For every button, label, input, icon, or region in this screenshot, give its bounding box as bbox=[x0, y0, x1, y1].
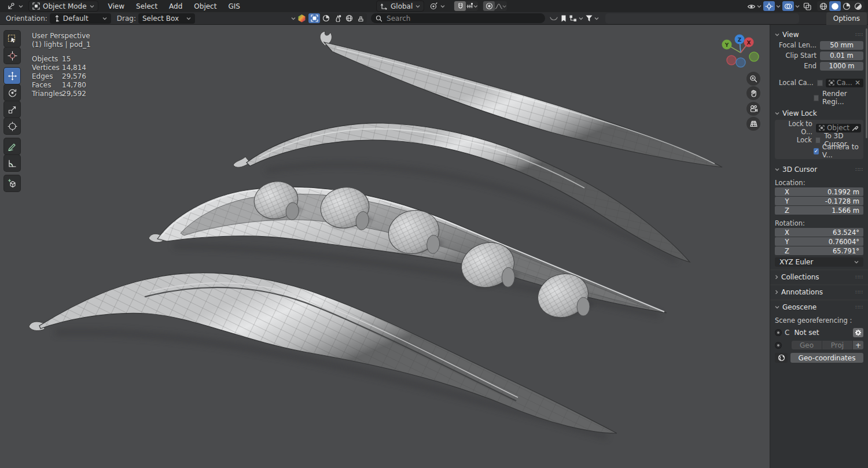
crs-radio[interactable] bbox=[775, 329, 782, 336]
tool-transform[interactable] bbox=[4, 118, 20, 134]
cursor-location-z-field[interactable]: Z1.566 m bbox=[775, 206, 863, 215]
section-3d-cursor-header[interactable]: 3D Cursor ∷∷ bbox=[775, 164, 863, 174]
section-collections-header[interactable]: Collections ∷∷ bbox=[775, 272, 863, 282]
tool-select-box[interactable] bbox=[4, 31, 20, 47]
lock-label: Lock bbox=[777, 136, 815, 144]
filter-brush-button[interactable] bbox=[355, 13, 366, 23]
navigation-gizmo[interactable]: Y Z X bbox=[716, 31, 768, 73]
geo-button[interactable]: Geo bbox=[792, 341, 822, 349]
cursor-tool-icon bbox=[8, 51, 17, 61]
snap-toggle[interactable] bbox=[454, 1, 466, 11]
tool-cursor[interactable] bbox=[4, 47, 20, 64]
transform-orientation-dropdown[interactable]: Global bbox=[376, 1, 424, 12]
search-input[interactable] bbox=[385, 14, 540, 23]
menu-view[interactable]: View bbox=[103, 1, 130, 12]
shading-solid-button[interactable] bbox=[829, 1, 841, 11]
lock-object-field[interactable]: Object bbox=[816, 124, 861, 132]
menu-add[interactable]: Add bbox=[164, 1, 187, 12]
viewport-canvas[interactable]: User Perspective (1) lights | pod_1 Obje… bbox=[0, 25, 770, 468]
drag-grip-icon[interactable]: ∷∷ bbox=[856, 304, 863, 310]
cursor-rotation-y-field[interactable]: Y0.76004° bbox=[775, 237, 863, 246]
drag-grip-icon[interactable]: ∷∷ bbox=[856, 289, 863, 295]
clear-camera-icon[interactable]: ✕ bbox=[855, 79, 860, 87]
drag-grip-icon[interactable]: ∷∷ bbox=[856, 167, 863, 172]
clip-start-field[interactable]: 0.01 m bbox=[820, 51, 863, 60]
rotation-mode-dropdown[interactable]: XYZ Euler bbox=[775, 257, 863, 267]
menu-select[interactable]: Select bbox=[131, 1, 163, 12]
camera-view-button[interactable] bbox=[746, 102, 760, 116]
shading-material-button[interactable] bbox=[841, 1, 852, 11]
tool-move[interactable] bbox=[4, 68, 20, 84]
tool-measure[interactable] bbox=[4, 155, 20, 171]
cursor-rotation-z-field[interactable]: Z65.791° bbox=[775, 246, 863, 255]
bookmark-icon[interactable] bbox=[560, 14, 567, 23]
section-view-lock-header[interactable]: View Lock bbox=[775, 108, 863, 118]
local-camera-field[interactable]: Ca... ✕ bbox=[826, 79, 863, 87]
proportional-editing-toggle[interactable] bbox=[483, 1, 495, 11]
proj-button[interactable]: Proj bbox=[822, 341, 852, 349]
clip-end-field[interactable]: 1000 m bbox=[820, 62, 863, 71]
local-camera-checkbox[interactable] bbox=[817, 80, 823, 86]
proportional-falloff-dropdown[interactable] bbox=[495, 1, 506, 11]
menu-gis[interactable]: GIS bbox=[223, 1, 245, 12]
cursor-location-y-field[interactable]: Y-0.1728 m bbox=[775, 197, 863, 205]
xray-toggle[interactable] bbox=[801, 1, 813, 11]
show-overlays-toggle[interactable] bbox=[782, 1, 794, 11]
section-geoscene-header[interactable]: Geoscene ∷∷ bbox=[775, 302, 863, 312]
visibility-dropdown[interactable] bbox=[747, 3, 762, 10]
rendered-shading-icon bbox=[854, 2, 862, 10]
ortho-toggle-button[interactable] bbox=[746, 117, 760, 131]
tool-scale[interactable] bbox=[4, 101, 20, 117]
filter-selectable-button[interactable] bbox=[308, 13, 320, 23]
filter-globe-button[interactable] bbox=[343, 13, 355, 23]
zoom-button[interactable] bbox=[746, 72, 760, 86]
cursor-location-x-field[interactable]: X0.1992 m bbox=[775, 187, 863, 196]
tool-add-cube[interactable] bbox=[4, 175, 20, 191]
sidebar-scrollbar[interactable] bbox=[866, 28, 867, 138]
orientation-dropdown[interactable]: Default bbox=[50, 13, 111, 24]
viewport-stats-overlay: User Perspective (1) lights | pod_1 Obje… bbox=[32, 32, 91, 98]
focal-length-field[interactable]: 50 mm bbox=[820, 41, 863, 50]
render-region-checkbox[interactable] bbox=[814, 95, 819, 101]
gis-collapse-chevron[interactable] bbox=[291, 17, 296, 20]
tool-annotate[interactable] bbox=[4, 138, 20, 154]
pivot-point-dropdown[interactable] bbox=[425, 1, 449, 12]
drag-grip-icon[interactable]: ∷∷ bbox=[856, 32, 863, 38]
tool-rotate[interactable] bbox=[4, 84, 20, 101]
wireframe-shading-icon bbox=[819, 2, 827, 10]
falloff-curve-icon bbox=[495, 3, 502, 10]
clip-end-label: End bbox=[775, 62, 820, 70]
editor-type-button[interactable] bbox=[3, 1, 27, 12]
measure-tool-icon bbox=[8, 159, 17, 168]
cursor-rotation-x-field[interactable]: X63.524° bbox=[775, 228, 863, 237]
pan-button[interactable] bbox=[746, 86, 760, 100]
drag-grip-icon[interactable]: ∷∷ bbox=[856, 274, 863, 280]
menu-object[interactable]: Object bbox=[189, 1, 222, 12]
filter-curve-button[interactable] bbox=[332, 13, 343, 23]
camera-to-view-checkbox[interactable]: ✓ bbox=[814, 148, 819, 154]
eyedropper-icon[interactable] bbox=[852, 125, 858, 131]
filter-dropdown[interactable] bbox=[585, 14, 599, 22]
filter-mesh-button[interactable] bbox=[320, 13, 332, 23]
geo-globe-button[interactable] bbox=[775, 353, 788, 363]
toolbar bbox=[4, 31, 20, 192]
drag-value: Select Box bbox=[142, 14, 179, 23]
gis-hexagon-icon[interactable] bbox=[297, 14, 306, 23]
section-annotations-header[interactable]: Annotations ∷∷ bbox=[775, 287, 863, 297]
crs-settings-button[interactable] bbox=[853, 328, 863, 337]
options-button[interactable]: Options bbox=[826, 12, 867, 25]
collection-filter-dropdown[interactable] bbox=[569, 14, 583, 22]
lock-to-3d-cursor-checkbox[interactable] bbox=[815, 137, 821, 143]
shading-rendered-button[interactable] bbox=[852, 1, 864, 11]
show-gizmo-toggle[interactable] bbox=[763, 1, 775, 11]
section-view-header[interactable]: View ∷∷ bbox=[775, 30, 863, 39]
mode-selector[interactable]: Object Mode bbox=[28, 1, 98, 12]
snap-settings[interactable] bbox=[466, 1, 477, 11]
drag-dropdown[interactable]: Select Box bbox=[138, 13, 195, 24]
add-crs-button[interactable]: + bbox=[853, 341, 863, 349]
proj-radio[interactable] bbox=[775, 342, 782, 349]
shading-wireframe-button[interactable] bbox=[818, 1, 829, 11]
geo-coordinates-button[interactable]: Geo-coordinates bbox=[790, 353, 863, 363]
search-box[interactable] bbox=[371, 13, 545, 23]
smooth-curve-icon[interactable] bbox=[549, 15, 558, 22]
